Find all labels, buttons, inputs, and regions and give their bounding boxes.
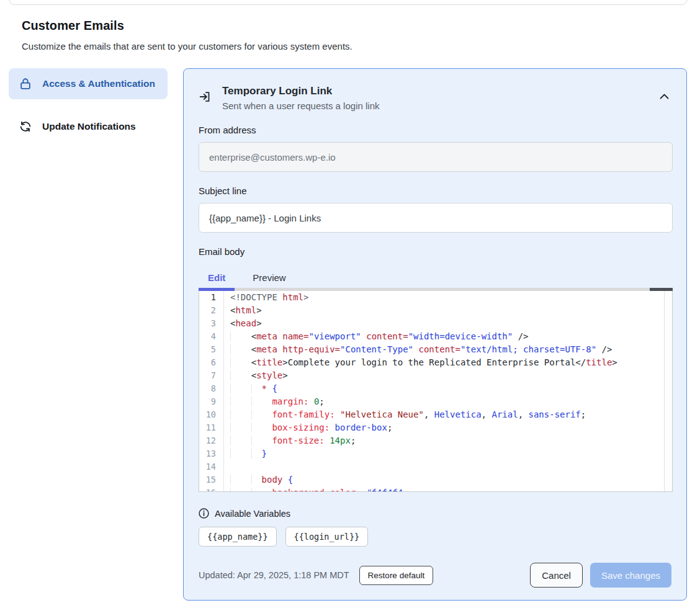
sidebar-item-label: Update Notifications (42, 119, 136, 134)
email-body-code-editor[interactable]: 1<!DOCTYPE html>2<html>3<head>4 <meta na… (199, 291, 673, 492)
available-variables-section: Available Variables {{app_name}}{{login_… (199, 508, 671, 547)
code-line[interactable]: 9 margin: 0; (199, 395, 672, 408)
line-number: 5 (199, 343, 224, 356)
updated-timestamp: Updated: Apr 29, 2025, 1:18 PM MDT (199, 570, 349, 580)
code-text: background-color: #f4f4f4; (224, 486, 408, 492)
email-body-field: Email body EditPreview 1<!DOCTYPE html>2… (199, 246, 671, 492)
from-address-label: From address (199, 125, 671, 135)
panel-subtitle: Sent when a user requests a login link (222, 101, 379, 111)
variable-chip[interactable]: {{app_name}} (199, 527, 277, 547)
line-number: 13 (199, 447, 224, 460)
sidebar-item-access-authentication[interactable]: Access & Authentication (9, 68, 168, 99)
restore-default-button[interactable]: Restore default (359, 566, 434, 585)
line-number: 2 (199, 304, 224, 317)
code-line[interactable]: 16 background-color: #f4f4f4; (199, 486, 672, 492)
editor-vertical-scrollbar[interactable] (664, 291, 672, 491)
line-number: 12 (199, 434, 224, 447)
temporary-login-link-panel: Temporary Login Link Sent when a user re… (183, 68, 687, 601)
code-text: <title>Complete your login to the Replic… (224, 356, 617, 369)
code-line[interactable]: 10 font-family: "Helvetica Neue", Helvet… (199, 408, 672, 421)
email-body-tabs: EditPreview (199, 267, 673, 291)
previous-card-edge (9, 0, 688, 5)
line-number: 14 (199, 460, 224, 473)
line-number: 16 (199, 486, 224, 492)
line-number: 1 (199, 291, 224, 304)
code-line[interactable]: 14 (199, 460, 672, 473)
line-number: 7 (199, 369, 224, 382)
code-text (224, 460, 230, 473)
available-variables-label: Available Variables (215, 509, 290, 519)
code-text: box-sizing: border-box; (224, 421, 392, 434)
code-text: body { (224, 473, 293, 486)
code-text: <head> (224, 317, 262, 330)
panel-header-text: Temporary Login Link Sent when a user re… (222, 85, 379, 111)
code-text: <!DOCTYPE html> (224, 291, 308, 304)
code-text: <meta http-equiv="Content-Type" content=… (224, 343, 612, 356)
lock-icon (19, 77, 32, 91)
panel-header: Temporary Login Link Sent when a user re… (199, 85, 671, 111)
customer-emails-page: Customer Emails Customize the emails tha… (0, 0, 700, 608)
line-number: 6 (199, 356, 224, 369)
subject-line-field: Subject line (199, 186, 671, 233)
tab-edit[interactable]: Edit (199, 267, 235, 291)
code-line[interactable]: 13 } (199, 447, 672, 460)
panel-footer: Updated: Apr 29, 2025, 1:18 PM MDT Resto… (199, 563, 671, 588)
line-number: 10 (199, 408, 224, 421)
code-text: <style> (224, 369, 288, 382)
code-line[interactable]: 12 font-size: 14px; (199, 434, 672, 447)
code-line[interactable]: 4 <meta name="viewport" content="width=d… (199, 330, 672, 343)
sidebar-item-label: Access & Authentication (42, 76, 155, 91)
code-line[interactable]: 3<head> (199, 317, 672, 330)
code-line[interactable]: 6 <title>Complete your login to the Repl… (199, 356, 672, 369)
info-icon (199, 508, 209, 519)
refresh-icon (19, 120, 32, 133)
line-number: 9 (199, 395, 224, 408)
line-number: 8 (199, 382, 224, 395)
code-text: } (224, 447, 267, 460)
code-text: <meta name="viewport" content="width=dev… (224, 330, 529, 343)
cancel-button[interactable]: Cancel (530, 563, 583, 588)
variable-chip[interactable]: {{login_url}} (285, 527, 369, 547)
line-number: 11 (199, 421, 224, 434)
code-line[interactable]: 15 body { (199, 473, 672, 486)
line-number: 4 (199, 330, 224, 343)
code-line[interactable]: 5 <meta http-equiv="Content-Type" conten… (199, 343, 672, 356)
code-line[interactable]: 8 * { (199, 382, 672, 395)
tab-preview[interactable]: Preview (243, 267, 295, 291)
code-line[interactable]: 2<html> (199, 304, 672, 317)
from-address-input[interactable] (199, 142, 673, 172)
code-text: margin: 0; (224, 395, 325, 408)
line-number: 15 (199, 473, 224, 486)
email-types-sidebar: Access & AuthenticationUpdate Notificati… (9, 68, 168, 142)
code-line[interactable]: 1<!DOCTYPE html> (199, 291, 672, 304)
save-changes-button[interactable]: Save changes (590, 563, 671, 588)
panel-title: Temporary Login Link (222, 85, 379, 97)
code-text: font-family: "Helvetica Neue", Helvetica… (224, 408, 586, 421)
page-header: Customer Emails Customize the emails tha… (22, 19, 352, 51)
chevron-up-icon[interactable] (657, 91, 671, 102)
subject-line-input[interactable] (199, 203, 673, 233)
page-title: Customer Emails (22, 19, 352, 33)
code-text: * { (224, 382, 277, 395)
code-line[interactable]: 11 box-sizing: border-box; (199, 421, 672, 434)
page-subtitle: Customize the emails that are sent to yo… (22, 41, 352, 51)
from-address-field: From address (199, 125, 671, 172)
sidebar-item-update-notifications[interactable]: Update Notifications (9, 111, 168, 142)
variable-chips: {{app_name}}{{login_url}} (199, 527, 671, 547)
code-text: <html> (224, 304, 262, 317)
code-text: font-size: 14px; (224, 434, 356, 447)
code-line[interactable]: 7 <style> (199, 369, 672, 382)
email-body-label: Email body (199, 246, 671, 257)
line-number: 3 (199, 317, 224, 330)
login-icon (199, 90, 212, 104)
subject-line-label: Subject line (199, 186, 671, 196)
